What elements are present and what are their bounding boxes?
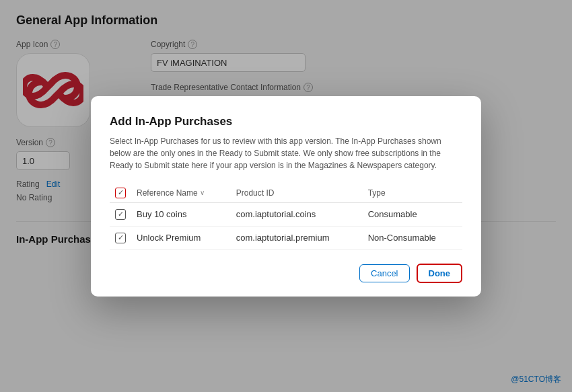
modal-overlay: Add In-App Purchases Select In-App Purch… [0, 0, 572, 392]
th-checkbox: ✓ [110, 184, 131, 203]
table-row: ✓ Buy 10 coins com.iaptutorial.coins Con… [110, 202, 462, 226]
row1-reference-name: Buy 10 coins [131, 202, 231, 226]
done-button[interactable]: Done [417, 264, 463, 283]
cancel-button[interactable]: Cancel [359, 264, 409, 282]
row2-type: Non-Consumable [363, 226, 462, 249]
header-check-mark: ✓ [118, 188, 124, 197]
table-header-row: ✓ Reference Name ∨ Product ID Type [110, 184, 462, 203]
th-reference-name: Reference Name ∨ [131, 184, 231, 203]
row2-reference-name: Unlock Premium [131, 226, 231, 249]
table-row: ✓ Unlock Premium com.iaptutorial.premium… [110, 226, 462, 249]
th-type: Type [363, 184, 462, 203]
modal-dialog: Add In-App Purchases Select In-App Purch… [91, 96, 481, 297]
row2-product-id: com.iaptutorial.premium [231, 226, 363, 249]
row1-checkbox[interactable]: ✓ [115, 209, 126, 220]
modal-description: Select In-App Purchases for us to review… [110, 135, 462, 171]
row1-checkbox-cell: ✓ [110, 202, 131, 226]
main-content: General App Information App Icon ? [0, 0, 572, 392]
purchase-table: ✓ Reference Name ∨ Product ID Type [110, 184, 462, 250]
row1-type: Consumable [363, 202, 462, 226]
th-product-id: Product ID [231, 184, 363, 203]
modal-footer: Cancel Done [110, 264, 462, 283]
row1-product-id: com.iaptutorial.coins [231, 202, 363, 226]
row2-checkbox[interactable]: ✓ [115, 233, 126, 243]
modal-title: Add In-App Purchases [110, 115, 462, 128]
header-checkbox[interactable]: ✓ [115, 188, 126, 198]
row2-checkbox-cell: ✓ [110, 226, 131, 249]
chevron-icon: ∨ [200, 189, 205, 196]
